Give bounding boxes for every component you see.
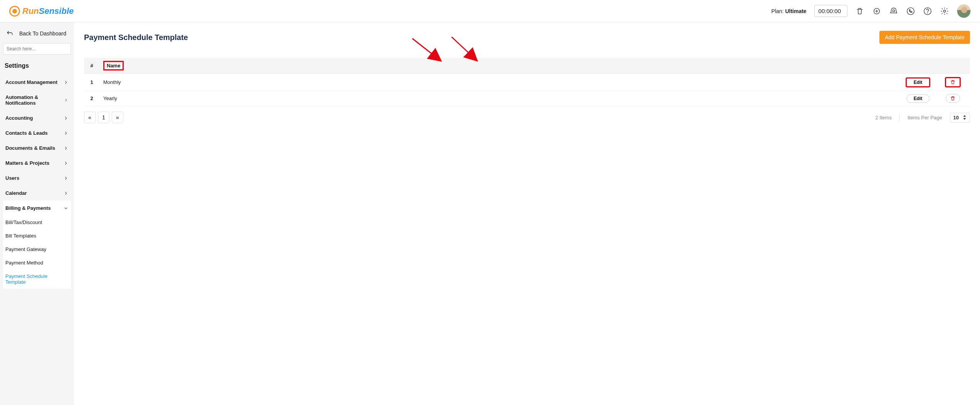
cell-num: 2 <box>84 91 99 106</box>
submenu-billing-payments: Bill/Tax/Discount Bill Templates Payment… <box>3 216 71 289</box>
logo-icon <box>9 6 20 17</box>
pager-info: 2 Items Items Per Page 10 <box>875 113 970 122</box>
plan-label: Plan: Ultimate <box>772 8 807 14</box>
chevron-right-icon <box>63 146 69 151</box>
submenu-bill-templates[interactable]: Bill Templates <box>3 229 71 243</box>
back-icon <box>6 30 13 37</box>
timer-value: 00:00:00 <box>819 8 841 14</box>
logo-run: Run <box>22 6 39 16</box>
per-page-label: Items Per Page <box>908 115 942 120</box>
pager-next-button[interactable]: » <box>112 112 123 123</box>
sidebar-item-automation-notifications[interactable]: Automation & Notifications <box>3 90 71 110</box>
menu-label: Calendar <box>5 190 27 196</box>
table-header-row: # Name <box>84 58 970 74</box>
menu-label: Automation & Notifications <box>5 94 64 106</box>
divider <box>899 114 900 121</box>
cell-name: Yearly <box>99 91 901 106</box>
delete-button[interactable] <box>946 94 960 103</box>
menu-label: Users <box>5 175 19 181</box>
logo-text: RunSensible <box>22 6 74 16</box>
plan-prefix: Plan: <box>772 8 785 14</box>
menu-label: Documents & Emails <box>5 145 55 151</box>
logo[interactable]: RunSensible <box>9 6 74 17</box>
sidebar-item-calendar[interactable]: Calendar <box>3 186 71 201</box>
table-row: 2 Yearly Edit <box>84 91 970 106</box>
chevron-right-icon <box>64 97 69 103</box>
add-payment-schedule-template-button[interactable]: Add Payment Schedule Template <box>879 31 970 44</box>
col-delete <box>935 58 970 74</box>
menu-label: Billing & Payments <box>5 205 51 211</box>
menu-label: Accounting <box>5 115 33 121</box>
sort-icon <box>963 115 967 120</box>
menu-label: Contacts & Leads <box>5 130 48 136</box>
search-input[interactable] <box>3 43 71 55</box>
submenu-payment-method[interactable]: Payment Method <box>3 256 71 269</box>
sidebar-item-contacts-leads[interactable]: Contacts & Leads <box>3 126 71 141</box>
sidebar-item-accounting[interactable]: Accounting <box>3 110 71 126</box>
sidebar-item-users[interactable]: Users <box>3 171 71 186</box>
settings-icon[interactable] <box>940 7 949 16</box>
cell-name: Monthly <box>99 74 901 91</box>
submenu-payment-gateway[interactable]: Payment Gateway <box>3 243 71 256</box>
edit-button[interactable]: Edit <box>906 94 930 103</box>
delete-button[interactable] <box>945 77 961 87</box>
table-row: 1 Monthly Edit <box>84 74 970 91</box>
per-page-value: 10 <box>953 115 959 120</box>
back-to-dashboard-button[interactable]: Back To Dashboard <box>3 27 71 43</box>
chevron-right-icon <box>63 161 69 166</box>
chevron-right-icon <box>63 115 69 121</box>
submenu-bill-tax-discount[interactable]: Bill/Tax/Discount <box>3 216 71 229</box>
chevron-right-icon <box>63 191 69 196</box>
col-name[interactable]: Name <box>99 58 901 74</box>
col-edit <box>901 58 935 74</box>
svg-point-6 <box>893 10 895 12</box>
app-header: RunSensible Plan: Ultimate 00:00:00 <box>0 0 980 22</box>
per-page-select[interactable]: 10 <box>950 113 970 122</box>
pager-prev-button[interactable]: « <box>84 112 96 123</box>
chevron-down-icon <box>63 206 69 211</box>
cell-num: 1 <box>84 74 99 91</box>
col-num[interactable]: # <box>84 58 99 74</box>
menu-label: Matters & Projects <box>5 160 49 166</box>
pagination-row: « 1 » 2 Items Items Per Page 10 <box>84 112 970 123</box>
col-name-label: Name <box>103 61 124 70</box>
menu-label: Account Management <box>5 79 57 85</box>
alert-icon[interactable] <box>889 7 898 16</box>
trash-icon <box>950 95 956 101</box>
pager-page-button[interactable]: 1 <box>98 112 109 123</box>
back-label: Back To Dashboard <box>19 30 66 37</box>
sidebar-item-account-management[interactable]: Account Management <box>3 75 71 90</box>
user-avatar[interactable] <box>957 4 971 18</box>
trash-icon[interactable] <box>855 7 864 16</box>
timer-widget[interactable]: 00:00:00 <box>814 5 847 17</box>
items-count: 2 Items <box>875 115 892 120</box>
phone-icon[interactable] <box>906 7 915 16</box>
sidebar: Back To Dashboard Settings Account Manag… <box>0 22 74 405</box>
edit-button[interactable]: Edit <box>906 77 931 87</box>
header-right: Plan: Ultimate 00:00:00 <box>772 4 971 18</box>
chevron-right-icon <box>63 176 69 181</box>
settings-title: Settings <box>3 61 71 75</box>
pager: « 1 » <box>84 112 123 123</box>
logo-sensible: Sensible <box>39 6 74 16</box>
plan-value: Ultimate <box>785 8 806 14</box>
chevron-right-icon <box>63 131 69 136</box>
chevron-right-icon <box>63 80 69 85</box>
sidebar-item-documents-emails[interactable]: Documents & Emails <box>3 141 71 156</box>
help-icon[interactable] <box>923 7 932 16</box>
sidebar-item-matters-projects[interactable]: Matters & Projects <box>3 156 71 171</box>
svg-point-9 <box>928 13 928 13</box>
sidebar-item-billing-payments[interactable]: Billing & Payments <box>3 201 71 216</box>
templates-table: # Name 1 Monthly Edit 2 Yearly Edit <box>84 58 970 106</box>
page-title: Payment Schedule Template <box>84 33 188 42</box>
trash-icon <box>950 79 956 85</box>
add-icon[interactable] <box>872 7 881 16</box>
submenu-payment-schedule-template[interactable]: Payment Schedule Template <box>3 269 71 289</box>
page-head: Payment Schedule Template Add Payment Sc… <box>84 31 970 44</box>
svg-point-10 <box>943 10 946 12</box>
main-content: Payment Schedule Template Add Payment Sc… <box>74 22 980 405</box>
